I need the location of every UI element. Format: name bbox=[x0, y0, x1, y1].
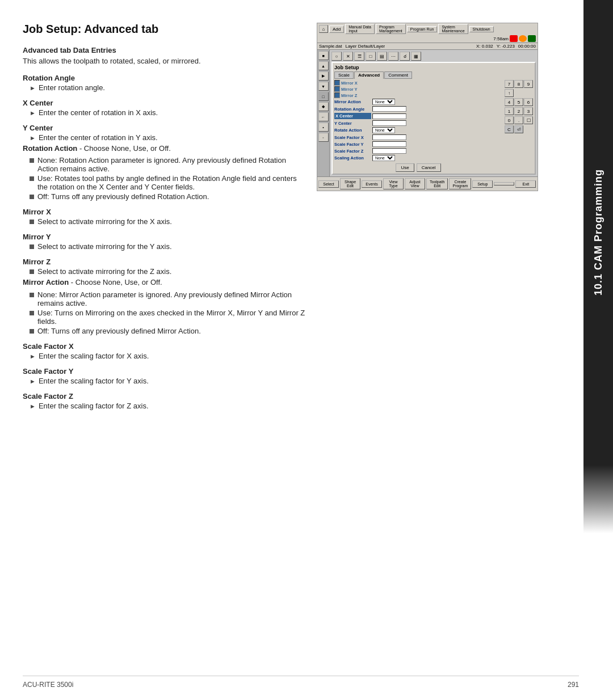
scr-bottom-toolpath[interactable]: ToolpathEdit bbox=[426, 178, 448, 189]
scr-sidebar-btn-2[interactable]: ▲ bbox=[318, 61, 329, 70]
scr-mirror-z-label: Mirror Z bbox=[341, 93, 357, 98]
scr-scale-x-input[interactable] bbox=[372, 134, 406, 140]
scr-numpad-low: 1 2 3 bbox=[505, 107, 533, 115]
scale-y-bullet: ► Enter the scaling factor for Y axis. bbox=[30, 377, 305, 385]
scr-num-up[interactable]: ↑ bbox=[505, 89, 514, 97]
scr-num-8[interactable]: 8 bbox=[514, 80, 523, 88]
scr-num-2[interactable]: 2 bbox=[514, 107, 523, 115]
scr-scale-y-label: Scale Factor Y bbox=[334, 142, 371, 147]
scr-cancel-btn[interactable]: Cancel bbox=[417, 163, 441, 172]
scr-sidebar-btn-6[interactable]: ◆ bbox=[318, 102, 329, 111]
scr-x-center-input[interactable] bbox=[372, 113, 406, 119]
mirror-none-bullet: None: Mirror Action parameter is ignored… bbox=[30, 290, 305, 307]
mirror-none-text: None: Mirror Action parameter is ignored… bbox=[37, 290, 305, 307]
arrow-icon-5: ► bbox=[30, 378, 36, 385]
scale-x-heading: Scale Factor X bbox=[23, 342, 305, 351]
mirror-use-text: Use: Turns on Mirroring on the axes chec… bbox=[37, 309, 305, 326]
scr-num-1[interactable]: 1 bbox=[505, 107, 514, 115]
scr-num-5[interactable]: 5 bbox=[514, 98, 523, 106]
scr-bottom-shape[interactable]: ShapeEdit bbox=[340, 178, 360, 189]
scr-num-clr[interactable]: C bbox=[505, 125, 514, 133]
scr-program-btn[interactable]: ProgramManagement bbox=[376, 24, 406, 34]
scr-rotation-angle-input[interactable] bbox=[372, 106, 406, 112]
scr-dialog-body: Mirror X Mirror Y Mirror Z bbox=[334, 80, 533, 172]
scr-tool-dots[interactable]: ⋯ bbox=[388, 52, 398, 61]
square-icon-6 bbox=[30, 269, 34, 274]
scr-num-dot[interactable]: . bbox=[514, 116, 523, 124]
scr-sidebar-btn-7[interactable]: ← bbox=[318, 112, 329, 121]
scr-num-6[interactable]: 6 bbox=[524, 98, 533, 106]
scr-tool-lines[interactable]: ☰ bbox=[354, 52, 364, 61]
scr-bottom-select[interactable]: Select bbox=[318, 180, 339, 188]
scr-bottom-adjust[interactable]: AdjustView bbox=[405, 178, 425, 189]
scr-system-btn[interactable]: SystemMaintenance bbox=[438, 24, 468, 34]
scr-num-0[interactable]: 0 bbox=[505, 116, 514, 124]
scr-bottom-view[interactable]: ViewType bbox=[383, 178, 404, 189]
advanced-tab-desc: This allows the toolpath to rotated, sca… bbox=[23, 56, 305, 67]
rotation-angle-bullet: ► Enter rotation angle. bbox=[30, 83, 305, 92]
scr-sidebar-btn-5[interactable]: □ bbox=[318, 92, 329, 101]
scr-scaling-action-select[interactable]: NoneUseOff bbox=[372, 155, 395, 161]
scr-mirror-action-select[interactable]: NoneUseOff bbox=[372, 99, 395, 105]
scr-numpad-extra: C ⏎ bbox=[505, 125, 533, 133]
scr-num-3[interactable]: 3 bbox=[524, 107, 533, 115]
scr-tool-grid[interactable]: ▦ bbox=[411, 52, 421, 61]
scr-tool-circle[interactable]: ○ bbox=[331, 52, 342, 61]
scr-use-btn[interactable]: Use bbox=[396, 163, 414, 172]
scr-scale-x-row: Scale Factor X bbox=[334, 134, 502, 140]
text-column: Job Setup: Advanced tab Advanced tab Dat… bbox=[23, 23, 305, 411]
rotation-action-heading: Rotation Action bbox=[23, 144, 77, 153]
scr-sidebar-btn-3[interactable]: ▶ bbox=[318, 71, 329, 81]
scr-tab-advanced[interactable]: Advanced bbox=[354, 71, 384, 79]
scr-num-neg[interactable]: ☐ bbox=[524, 116, 533, 124]
scr-progrun-btn[interactable]: Program Run bbox=[407, 26, 438, 32]
scr-sidebar-btn-1[interactable]: ■ bbox=[318, 51, 329, 60]
scr-num-4[interactable]: 4 bbox=[505, 98, 514, 106]
scr-bottom-exit[interactable]: Exit bbox=[515, 180, 536, 188]
scr-bottom-setup[interactable]: Setup bbox=[472, 180, 493, 188]
scr-sidebar-btn-4[interactable]: ▼ bbox=[318, 82, 329, 91]
scr-bottom-create[interactable]: CreateProgram bbox=[449, 178, 471, 189]
mirror-y-heading: Mirror Y bbox=[23, 233, 305, 241]
rotation-action-line: Rotation Action - Choose None, Use, or O… bbox=[23, 143, 305, 154]
scr-mirror-z-row: Mirror Z bbox=[334, 92, 502, 98]
mirror-off-bullet: Off: Turns off any previously defined Mi… bbox=[30, 327, 305, 335]
scr-mirror-x-checkbox[interactable] bbox=[334, 80, 340, 86]
scr-tab-scale[interactable]: Scale bbox=[334, 71, 354, 79]
scr-tab-comment[interactable]: Comment bbox=[384, 71, 412, 79]
scr-tool-box[interactable]: □ bbox=[366, 52, 376, 61]
scr-manual-btn[interactable]: Manual DataInput bbox=[345, 24, 375, 34]
scr-shutdown-btn[interactable]: Shutdown bbox=[469, 26, 494, 32]
scr-tool-x[interactable]: ✕ bbox=[343, 52, 353, 61]
scr-num-enter[interactable]: ⏎ bbox=[514, 125, 523, 133]
scr-topbar: ⌂ Add Manual DataInput ProgramManagement… bbox=[317, 23, 538, 43]
scr-scale-y-input[interactable] bbox=[372, 141, 406, 147]
scr-scale-z-row: Scale Factor Z bbox=[334, 148, 502, 154]
scr-bottom-empty bbox=[494, 182, 514, 185]
scr-scale-z-input[interactable] bbox=[372, 148, 406, 154]
side-label: 10.1 CAM Programming bbox=[583, 0, 613, 465]
scr-sidebar-btn-8[interactable]: • bbox=[318, 123, 329, 132]
scr-sidebar-btn-9[interactable]: ◦ bbox=[318, 133, 329, 142]
scr-rotate-action-select[interactable]: NoneUseOff bbox=[372, 127, 395, 133]
y-center-heading: Y Center bbox=[23, 124, 305, 132]
scr-home-btn[interactable]: ⌂ bbox=[319, 25, 328, 33]
scr-bottom-events[interactable]: Events bbox=[362, 180, 382, 188]
scr-tool-search[interactable]: ☌ bbox=[400, 52, 410, 61]
scr-tool-page[interactable]: ▤ bbox=[377, 52, 387, 61]
scr-num-9[interactable]: 9 bbox=[524, 80, 533, 88]
scr-num-7[interactable]: 7 bbox=[505, 80, 514, 88]
scr-y-center-input[interactable] bbox=[372, 120, 406, 126]
scale-y-heading: Scale Factor Y bbox=[23, 367, 305, 376]
mirror-action-heading: Mirror Action bbox=[23, 278, 69, 286]
scr-sidebar: ■ ▲ ▶ ▼ □ ◆ ← • ◦ bbox=[317, 50, 330, 176]
page-title: Job Setup: Advanced tab bbox=[23, 23, 305, 36]
square-icon-9 bbox=[30, 329, 34, 334]
scr-mirror-y-checkbox[interactable] bbox=[334, 86, 340, 92]
scr-layer: Layer Default/Layer bbox=[345, 44, 385, 49]
scr-mirror-z-checkbox[interactable] bbox=[334, 92, 340, 98]
scr-dialog-title: Job Setup bbox=[334, 65, 533, 70]
advanced-tab-heading: Advanced tab Data Entries bbox=[23, 46, 305, 54]
square-icon-5 bbox=[30, 244, 34, 249]
scr-add-btn[interactable]: Add bbox=[329, 26, 344, 33]
